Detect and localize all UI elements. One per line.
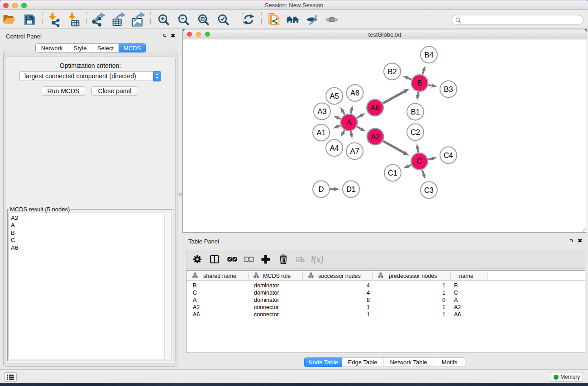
- svg-text:D: D: [319, 185, 324, 193]
- svg-text:1: 1: [367, 311, 370, 318]
- svg-text:A6: A6: [454, 311, 461, 318]
- svg-text:A8: A8: [350, 89, 359, 97]
- svg-text:predecessor nodes: predecessor nodes: [389, 273, 437, 279]
- svg-text:C2: C2: [411, 128, 420, 136]
- svg-text:A2: A2: [454, 304, 461, 310]
- svg-text:1: 1: [367, 304, 370, 310]
- svg-text:B2: B2: [387, 67, 397, 76]
- svg-text:C: C: [454, 290, 458, 296]
- svg-text:4: 4: [367, 282, 370, 289]
- svg-text:successor nodes: successor nodes: [318, 273, 361, 279]
- svg-text:shared name: shared name: [203, 273, 236, 279]
- svg-text:B: B: [193, 282, 196, 289]
- svg-text:connector: connector: [254, 311, 279, 318]
- svg-text:A: A: [346, 118, 351, 126]
- svg-text:C: C: [193, 290, 197, 296]
- svg-text:A3: A3: [317, 107, 326, 115]
- svg-text:A4: A4: [330, 144, 339, 152]
- svg-text:1: 1: [442, 304, 445, 310]
- svg-text:dominator: dominator: [254, 282, 279, 289]
- svg-text:1: 1: [442, 290, 445, 296]
- svg-text:C4: C4: [444, 151, 453, 159]
- svg-text:B: B: [417, 79, 422, 87]
- svg-text:A2: A2: [371, 133, 380, 141]
- svg-text:A: A: [193, 297, 197, 303]
- svg-text:connector: connector: [254, 304, 279, 310]
- svg-text:8: 8: [367, 297, 370, 303]
- svg-text:A1: A1: [316, 129, 325, 137]
- svg-text:dominator: dominator: [254, 297, 279, 303]
- svg-text:C1: C1: [388, 169, 397, 177]
- svg-text:0: 0: [442, 297, 445, 303]
- svg-text:D1: D1: [346, 185, 356, 193]
- svg-text:1: 1: [442, 311, 445, 318]
- svg-text:name: name: [459, 273, 473, 279]
- svg-text:4: 4: [367, 290, 370, 296]
- svg-text:B: B: [454, 282, 458, 289]
- svg-text:B4: B4: [424, 51, 433, 59]
- svg-text:A2: A2: [193, 304, 200, 310]
- svg-text:A: A: [454, 297, 458, 303]
- svg-text:A6: A6: [193, 311, 200, 318]
- svg-text:A5: A5: [330, 92, 339, 100]
- svg-text:A6: A6: [370, 104, 379, 112]
- svg-text:A7: A7: [350, 147, 359, 155]
- svg-text:1: 1: [442, 282, 445, 289]
- svg-text:B1: B1: [411, 108, 420, 116]
- svg-text:C3: C3: [424, 186, 434, 194]
- svg-text:MCDS role: MCDS role: [263, 273, 291, 279]
- svg-text:C: C: [417, 157, 422, 165]
- svg-text:dominator: dominator: [254, 290, 279, 296]
- svg-text:f(x): f(x): [311, 254, 324, 264]
- svg-text:B3: B3: [444, 85, 453, 93]
